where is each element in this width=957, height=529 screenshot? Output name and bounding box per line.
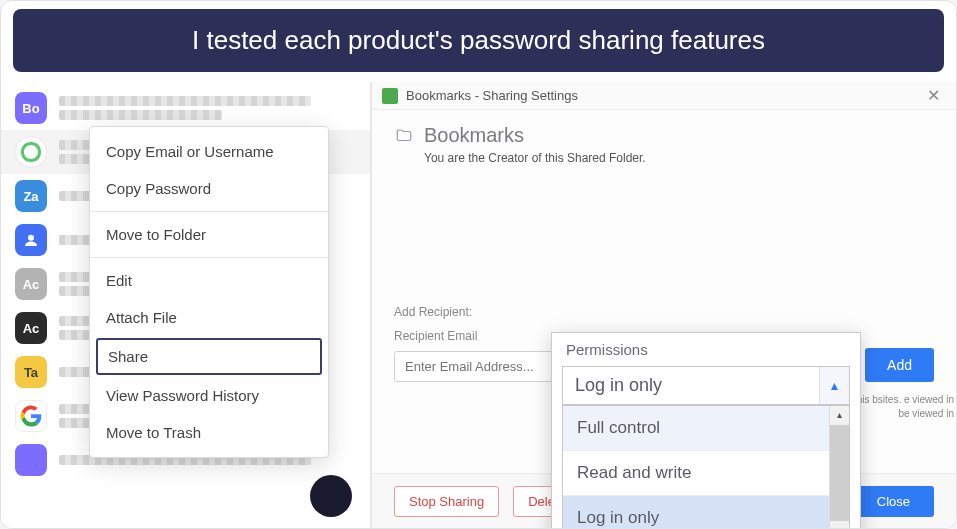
app-icon-swirl	[15, 136, 47, 168]
permissions-label: Permissions	[552, 333, 860, 362]
app-icon-za: Za	[15, 180, 47, 212]
scroll-up-icon[interactable]: ▴	[837, 406, 842, 423]
add-fab[interactable]	[310, 475, 352, 517]
context-menu: Copy Email or Username Copy Password Mov…	[89, 126, 329, 458]
close-button[interactable]: Close	[853, 486, 934, 517]
app-icon-purple	[15, 444, 47, 476]
folder-title: Bookmarks	[424, 124, 524, 147]
stop-sharing-button[interactable]: Stop Sharing	[394, 486, 499, 517]
permission-option-read-write[interactable]: Read and write	[563, 451, 849, 496]
dialog-title: Bookmarks - Sharing Settings	[406, 88, 913, 103]
chevron-up-icon[interactable]: ▲	[819, 367, 849, 404]
menu-share[interactable]: Share	[96, 338, 322, 375]
contact-icon	[15, 224, 47, 256]
svg-point-0	[28, 235, 34, 241]
menu-divider	[90, 211, 328, 212]
menu-move-folder[interactable]: Move to Folder	[90, 216, 328, 253]
add-button[interactable]: Add	[865, 348, 934, 382]
menu-copy-username[interactable]: Copy Email or Username	[90, 133, 328, 170]
menu-move-trash[interactable]: Move to Trash	[90, 414, 328, 451]
password-list-panel: Bo Za Ac	[1, 82, 371, 529]
menu-copy-password[interactable]: Copy Password	[90, 170, 328, 207]
caption-banner: I tested each product's password sharing…	[13, 9, 944, 72]
menu-attach-file[interactable]: Attach File	[90, 299, 328, 336]
scrollbar-track[interactable]	[830, 425, 849, 521]
app-icon-ta: Ta	[15, 356, 47, 388]
list-item[interactable]: Bo	[1, 86, 370, 130]
folder-subtitle: You are the Creator of this Shared Folde…	[424, 151, 934, 165]
scrollbar[interactable]: ▴ ▾	[829, 406, 849, 529]
permission-option-log-in-only[interactable]: Log in only	[563, 496, 849, 529]
add-recipient-label: Add Recipient:	[394, 305, 934, 319]
dialog-titlebar: Bookmarks - Sharing Settings ✕	[372, 82, 956, 110]
permissions-select[interactable]: Log in only ▲	[562, 366, 850, 405]
permission-option-full-control[interactable]: Full control	[563, 406, 849, 451]
menu-edit[interactable]: Edit	[90, 262, 328, 299]
app-badge-icon	[382, 88, 398, 104]
permissions-options-list: Full control Read and write Log in only …	[562, 405, 850, 529]
app-icon-bo: Bo	[15, 92, 47, 124]
permissions-selected-value: Log in only	[563, 367, 819, 404]
google-icon	[15, 400, 47, 432]
folder-icon	[394, 127, 414, 145]
menu-password-history[interactable]: View Password History	[90, 377, 328, 414]
close-icon[interactable]: ✕	[921, 86, 946, 105]
scroll-down-icon[interactable]: ▾	[837, 523, 842, 529]
app-icon-ac: Ac	[15, 268, 47, 300]
permissions-dropdown: Permissions Log in only ▲ Full control R…	[551, 332, 861, 529]
app-icon-ac-dark: Ac	[15, 312, 47, 344]
menu-divider	[90, 257, 328, 258]
